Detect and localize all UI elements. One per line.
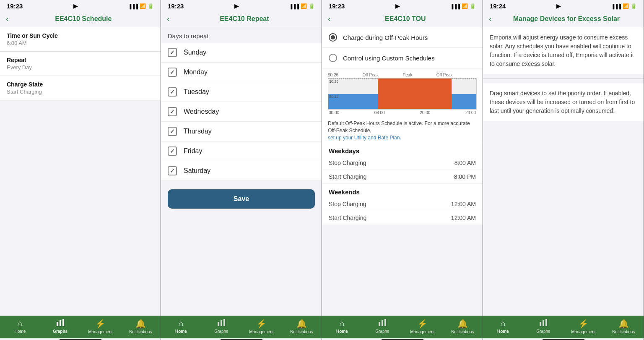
- label-saturday: Saturday: [184, 167, 210, 175]
- location-icon-2: ▶: [234, 3, 239, 9]
- day-tuesday[interactable]: ✓ Tuesday: [161, 82, 322, 102]
- svg-rect-8: [384, 319, 386, 326]
- notifications-icon-2: 🔔: [296, 319, 307, 329]
- checkbox-friday[interactable]: ✓: [168, 146, 177, 156]
- location-icon-4: ▶: [556, 3, 561, 9]
- radio-label-offpeak: Charge during Off-Peak Hours: [343, 34, 428, 41]
- day-saturday[interactable]: ✓ Saturday: [161, 161, 322, 181]
- radio-circle-offpeak[interactable]: [329, 33, 337, 42]
- content-2: Days to repeat ✓ Sunday ✓ Monday ✓ Tuesd…: [161, 27, 322, 316]
- home-icon-2: ⌂: [179, 319, 184, 328]
- back-button-4[interactable]: ‹: [489, 14, 492, 24]
- tab-graphs-1[interactable]: Graphs: [40, 319, 80, 334]
- screen-excess-solar: 19:24 ▶ ▐▐▐ 📶 🔋 ‹ Manage Devices for Exc…: [483, 0, 644, 340]
- status-bar-1: 19:23 ▶ ▐▐▐ 📶 🔋: [0, 0, 161, 11]
- day-sunday[interactable]: ✓ Sunday: [161, 43, 322, 63]
- price-high-label: $0.26: [328, 73, 338, 77]
- screen-repeat: 19:23 ▶ ▐▐▐ 📶 🔋 ‹ EE4C10 Repeat Days to …: [161, 0, 322, 340]
- tab-graphs-4[interactable]: Graphs: [523, 319, 564, 334]
- weekday-start-charging: Start Charging 8:00 PM: [322, 170, 483, 184]
- tab-graphs-label-4: Graphs: [536, 329, 550, 334]
- time-cycle-row[interactable]: Time or Sun Cycle 6:00 AM: [0, 27, 161, 52]
- svg-rect-7: [382, 320, 383, 326]
- radio-off-peak[interactable]: Charge during Off-Peak Hours: [322, 27, 483, 48]
- radio-label-custom: Control using Custom Schedules: [343, 55, 434, 62]
- day-monday[interactable]: ✓ Monday: [161, 63, 322, 82]
- tou-note-link[interactable]: set up your Utility and Rate Plan.: [328, 135, 401, 141]
- tab-notifications-label-1: Notifications: [129, 330, 152, 334]
- weekend-start-time: 12:00 AM: [451, 214, 476, 221]
- tab-management-2[interactable]: ⚡ Management: [242, 319, 282, 334]
- tab-notifications-label-3: Notifications: [451, 330, 474, 334]
- notifications-icon-4: 🔔: [618, 319, 629, 329]
- chart-label-peak: Peak: [403, 73, 413, 77]
- checkbox-wednesday[interactable]: ✓: [168, 107, 177, 116]
- days-section-header: Days to repeat: [161, 27, 322, 43]
- day-wednesday[interactable]: ✓ Wednesday: [161, 102, 322, 122]
- tab-graphs-label-3: Graphs: [375, 329, 389, 334]
- tab-home-3[interactable]: ⌂ Home: [322, 319, 362, 334]
- page-title-3: EE4C10 TOU: [334, 15, 477, 23]
- svg-rect-5: [223, 319, 225, 326]
- status-icons-3: ▐▐▐ 📶 🔋: [450, 3, 476, 9]
- status-bar-2: 19:23 ▶ ▐▐▐ 📶 🔋: [161, 0, 322, 11]
- price-026: $0.26: [329, 79, 339, 84]
- checkbox-sunday[interactable]: ✓: [168, 48, 177, 57]
- graphs-icon-4: [539, 319, 548, 328]
- back-button-2[interactable]: ‹: [167, 14, 170, 24]
- paragraph2: Drag smart devices to set the priority o…: [483, 83, 644, 121]
- tab-home-2[interactable]: ⌂ Home: [161, 319, 201, 334]
- tab-notifications-3[interactable]: 🔔 Notifications: [442, 319, 483, 334]
- time-label-2000: 20:00: [420, 110, 430, 115]
- svg-rect-0: [57, 322, 58, 326]
- time-label-0000: 00:00: [329, 110, 339, 115]
- back-button-1[interactable]: ‹: [6, 14, 9, 24]
- checkbox-tuesday[interactable]: ✓: [168, 87, 177, 97]
- tab-management-4[interactable]: ⚡ Management: [564, 319, 604, 334]
- tab-bar-2: ⌂ Home Graphs ⚡ Management 🔔 Notificatio…: [161, 316, 322, 338]
- tab-home-label-2: Home: [175, 329, 187, 334]
- tab-graphs-2[interactable]: Graphs: [201, 319, 242, 334]
- label-monday: Monday: [184, 68, 208, 76]
- battery-icon-1: 🔋: [148, 3, 154, 9]
- tab-bar-3: ⌂ Home Graphs ⚡ Management 🔔 Notificatio…: [322, 316, 483, 338]
- page-title-1: EE4C10 Schedule: [12, 15, 155, 23]
- tab-management-3[interactable]: ⚡ Management: [402, 319, 443, 334]
- management-icon-4: ⚡: [578, 319, 589, 329]
- day-thursday[interactable]: ✓ Thursday: [161, 122, 322, 141]
- radio-custom[interactable]: Control using Custom Schedules: [322, 48, 483, 68]
- charge-state-row[interactable]: Charge State Start Charging: [0, 76, 161, 100]
- checkbox-monday[interactable]: ✓: [168, 68, 177, 77]
- tab-home-4[interactable]: ⌂ Home: [483, 319, 523, 334]
- check-sunday: ✓: [170, 49, 175, 56]
- signal-icon-4: ▐▐▐: [611, 4, 621, 9]
- tab-home-1[interactable]: ⌂ Home: [0, 319, 40, 334]
- repeat-label: Repeat: [7, 57, 154, 63]
- chart-label-offpeak1: Off Peak: [362, 73, 379, 77]
- svg-rect-11: [545, 319, 547, 326]
- day-friday[interactable]: ✓ Friday: [161, 141, 322, 161]
- status-bar-3: 19:23 ▶ ▐▐▐ 📶 🔋: [322, 0, 483, 11]
- radio-circle-custom[interactable]: [329, 54, 337, 62]
- bar-peak: [378, 78, 452, 109]
- notifications-icon-1: 🔔: [135, 319, 146, 329]
- chart-label-offpeak2: Off Peak: [436, 73, 453, 77]
- weekend-stop-label: Stop Charging: [329, 201, 366, 207]
- graphs-icon-3: [378, 319, 387, 328]
- tab-notifications-1[interactable]: 🔔 Notifications: [120, 319, 161, 334]
- tou-note-text: Default Off-Peak Hours Schedule is activ…: [328, 120, 470, 133]
- checkbox-saturday[interactable]: ✓: [168, 166, 177, 175]
- battery-icon-2: 🔋: [309, 3, 315, 9]
- tab-notifications-2[interactable]: 🔔 Notifications: [281, 319, 322, 334]
- save-button[interactable]: Save: [168, 189, 315, 209]
- tab-graphs-3[interactable]: Graphs: [362, 319, 402, 334]
- wifi-icon-2: 📶: [301, 3, 307, 9]
- repeat-row[interactable]: Repeat Every Day: [0, 52, 161, 76]
- checkbox-thursday[interactable]: ✓: [168, 127, 177, 136]
- status-time-1: 19:23: [7, 3, 23, 10]
- back-button-3[interactable]: ‹: [328, 14, 331, 24]
- tab-management-1[interactable]: ⚡ Management: [80, 319, 121, 334]
- tab-graphs-label-1: Graphs: [53, 329, 68, 334]
- screen-tou: 19:23 ▶ ▐▐▐ 📶 🔋 ‹ EE4C10 TOU Charge duri…: [322, 0, 483, 340]
- tab-notifications-4[interactable]: 🔔 Notifications: [603, 319, 644, 334]
